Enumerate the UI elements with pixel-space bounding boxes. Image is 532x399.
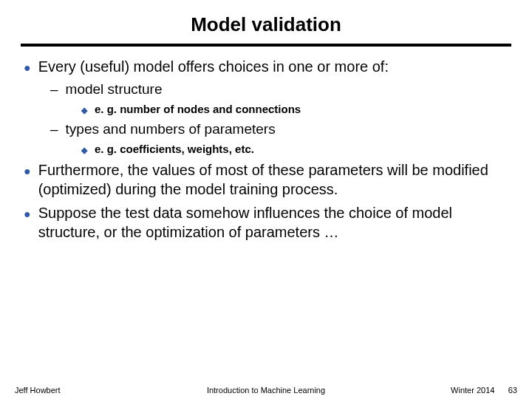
subbullet-1-1-text: model structure	[66, 81, 511, 99]
subsubbullet-1-1-1-text: e. g. number of nodes and connections	[95, 102, 511, 117]
diamond-icon: ◆	[81, 145, 87, 157]
footer-page: 63	[508, 386, 517, 395]
bullet-3: ● Suppose the test data somehow influenc…	[24, 203, 511, 242]
title-rule	[21, 44, 511, 47]
subbullet-1-2: – types and numbers of parameters	[50, 120, 511, 139]
bullet-2: ● Furthermore, the values of most of the…	[24, 160, 511, 199]
footer-right: Winter 2014 63	[414, 386, 517, 395]
bullet-icon: ●	[24, 61, 31, 76]
slide-title: Model validation	[21, 13, 511, 36]
subbullet-1-1: – model structure	[50, 81, 511, 99]
slide-footer: Jeff Howbert Introduction to Machine Lea…	[0, 386, 532, 395]
bullet-icon: ●	[24, 164, 31, 199]
diamond-icon: ◆	[81, 105, 87, 117]
footer-course: Introduction to Machine Learning	[118, 386, 414, 395]
bullet-1: ● Every (useful) model offers choices in…	[24, 57, 511, 76]
dash-icon: –	[50, 81, 58, 99]
footer-author: Jeff Howbert	[15, 386, 118, 395]
slide-content: ● Every (useful) model offers choices in…	[21, 57, 511, 242]
subsubbullet-1-2-1: ◆ e. g. coefficients, weights, etc.	[81, 142, 511, 157]
bullet-icon: ●	[24, 207, 31, 242]
subsubbullet-1-2-1-text: e. g. coefficients, weights, etc.	[95, 142, 511, 157]
footer-term: Winter 2014	[451, 386, 494, 395]
bullet-1-text: Every (useful) model offers choices in o…	[38, 57, 511, 76]
bullet-2-text: Furthermore, the values of most of these…	[38, 160, 511, 199]
dash-icon: –	[50, 120, 58, 139]
subsubbullet-1-1-1: ◆ e. g. number of nodes and connections	[81, 102, 511, 117]
subbullet-1-2-text: types and numbers of parameters	[66, 120, 511, 139]
bullet-3-text: Suppose the test data somehow influences…	[38, 203, 511, 242]
